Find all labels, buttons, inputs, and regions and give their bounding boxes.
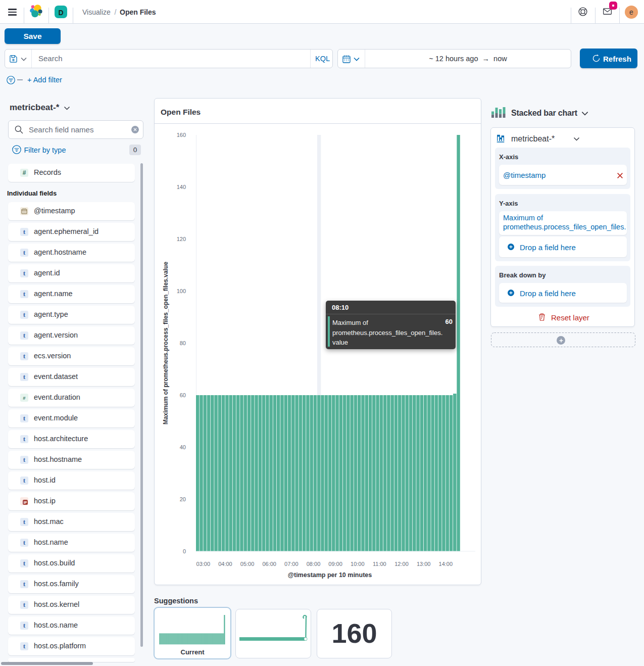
- svg-text:09:00: 09:00: [328, 561, 342, 567]
- svg-text:t: t: [23, 291, 26, 297]
- svg-text:60: 60: [180, 392, 186, 398]
- svg-text:t: t: [23, 623, 26, 629]
- svg-text:0: 0: [183, 548, 186, 554]
- svg-text:05:00: 05:00: [240, 561, 255, 567]
- svg-text:80: 80: [180, 340, 186, 346]
- svg-text:t: t: [23, 353, 26, 359]
- svg-text:t: t: [23, 581, 26, 587]
- svg-text:100: 100: [177, 288, 186, 294]
- svg-text:t: t: [23, 602, 26, 608]
- svg-text:14:00: 14:00: [439, 561, 453, 567]
- svg-text:13:00: 13:00: [417, 561, 431, 567]
- svg-text:t: t: [23, 374, 26, 380]
- svg-text:10:00: 10:00: [351, 561, 365, 567]
- svg-text:t: t: [23, 332, 26, 339]
- svg-text:07:00: 07:00: [284, 561, 299, 567]
- svg-text:08:00: 08:00: [307, 561, 321, 567]
- svg-text:11:00: 11:00: [373, 561, 386, 567]
- svg-text:20: 20: [180, 496, 186, 502]
- svg-text:160: 160: [177, 132, 186, 138]
- svg-text:t: t: [23, 250, 26, 256]
- svg-text:t: t: [23, 312, 26, 318]
- svg-text:t: t: [23, 540, 26, 546]
- svg-text:t: t: [23, 519, 26, 525]
- svg-text:06:00: 06:00: [262, 561, 276, 567]
- svg-text:t: t: [23, 643, 26, 649]
- svg-text:04:00: 04:00: [218, 561, 232, 567]
- svg-text:t: t: [23, 560, 26, 566]
- svg-text:t: t: [23, 436, 26, 442]
- svg-text:#: #: [23, 395, 26, 401]
- svg-text:40: 40: [180, 444, 186, 450]
- svg-text:t: t: [23, 270, 26, 276]
- svg-text:Current: Current: [181, 648, 205, 656]
- svg-text:#: #: [23, 170, 26, 176]
- svg-text:t: t: [23, 478, 26, 484]
- svg-text:120: 120: [177, 236, 186, 242]
- svg-text:@timestamp per 10 minutes: @timestamp per 10 minutes: [288, 572, 372, 579]
- svg-text:140: 140: [177, 184, 186, 190]
- svg-text:t: t: [23, 457, 26, 463]
- svg-text:IP: IP: [24, 501, 27, 504]
- svg-text:Maximum of prometheus.process_: Maximum of prometheus.process_files_open…: [162, 262, 169, 424]
- svg-text:03:00: 03:00: [196, 561, 211, 567]
- svg-text:t: t: [23, 229, 26, 235]
- svg-text:t: t: [23, 415, 26, 421]
- svg-text:12:00: 12:00: [394, 561, 409, 567]
